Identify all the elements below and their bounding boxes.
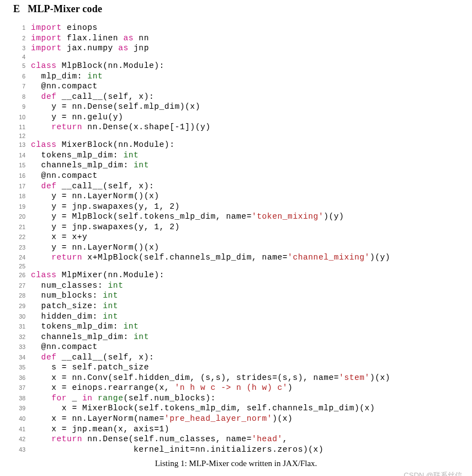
line-number: 38: [13, 395, 25, 402]
code-text: x = nn.LayerNorm(name='pre_head_layer_no…: [31, 414, 293, 424]
line-number: 32: [13, 334, 25, 341]
line-number: 15: [13, 162, 25, 169]
line-number: 25: [13, 263, 25, 270]
line-number: 6: [13, 73, 25, 80]
code-text: @nn.compact: [31, 171, 98, 181]
code-text: tokens_mlp_dim: int: [31, 321, 139, 332]
code-line: 10 y = nn.gelu(y): [13, 112, 459, 123]
code-line: 3import jax.numpy as jnp: [13, 43, 459, 54]
code-text: y = MlpBlock(self.tokens_mlp_dim, name='…: [31, 211, 344, 222]
code-text: @nn.compact: [31, 81, 98, 92]
code-line: 29 patch_size: int: [13, 301, 459, 311]
code-line: 23 y = nn.LayerNorm()(x): [13, 242, 459, 253]
line-number: 41: [13, 426, 25, 433]
line-number: 12: [13, 133, 25, 140]
code-line: 34 def __call__(self, x):: [13, 352, 459, 363]
code-line: 1import einops: [13, 23, 459, 33]
code-text: y = nn.LayerNorm()(x): [31, 191, 160, 202]
code-line: 39 x = MixerBlock(self.tokens_mlp_dim, s…: [13, 403, 459, 414]
code-listing: 1import einops2import flax.linen as nn3i…: [13, 23, 459, 454]
code-line: 38 for _ in range(self.num_blocks):: [13, 393, 459, 404]
code-text: class MlpMixer(nn.Module):: [31, 270, 165, 281]
code-text: y = jnp.swapaxes(y, 1, 2): [31, 222, 180, 232]
line-number: 11: [13, 124, 25, 131]
code-text: channels_mlp_dim: int: [31, 160, 149, 171]
line-number: 1: [13, 24, 25, 31]
line-number: 40: [13, 415, 25, 422]
code-text: x = MixerBlock(self.tokens_mlp_dim, self…: [31, 403, 375, 414]
code-line: 37 x = einops.rearrange(x, 'n h w c -> n…: [13, 383, 459, 393]
code-line: 18 y = nn.LayerNorm()(x): [13, 191, 459, 202]
line-number: 22: [13, 234, 25, 241]
code-text: @nn.compact: [31, 342, 98, 352]
line-number: 8: [13, 93, 25, 101]
code-text: import flax.linen as nn: [31, 33, 149, 44]
code-line: 25: [13, 263, 459, 270]
code-text: s = self.patch_size: [31, 362, 149, 373]
section-title: MLP-Mixer code: [28, 3, 102, 14]
line-number: 39: [13, 405, 25, 412]
code-line: 6 mlp_dim: int: [13, 71, 459, 82]
line-number: 7: [13, 83, 25, 90]
code-text: num_classes: int: [31, 281, 123, 291]
code-text: for _ in range(self.num_blocks):: [31, 393, 216, 404]
line-number: 16: [13, 172, 25, 179]
code-text: y = nn.gelu(y): [31, 112, 123, 123]
line-number: 20: [13, 213, 25, 220]
code-line: 12: [13, 133, 459, 140]
section-heading: EMLP-Mixer code: [13, 3, 459, 15]
line-number: 24: [13, 254, 25, 261]
line-number: 35: [13, 364, 25, 371]
code-text: x = x+y: [31, 232, 87, 242]
line-number: 2: [13, 35, 25, 42]
code-line: 41 x = jnp.mean(x, axis=1): [13, 424, 459, 435]
code-line: 22 x = x+y: [13, 232, 459, 242]
code-line: 4: [13, 54, 459, 61]
code-text: return nn.Dense(self.num_classes, name='…: [31, 434, 288, 445]
code-text: patch_size: int: [31, 301, 118, 311]
line-number: 26: [13, 272, 25, 279]
line-number: 21: [13, 224, 25, 231]
line-number: 29: [13, 303, 25, 310]
code-line: 11 return nn.Dense(x.shape[-1])(y): [13, 122, 459, 133]
listing-caption: Listing 1: MLP-Mixer code written in JAX…: [13, 459, 459, 468]
code-line: 31 tokens_mlp_dim: int: [13, 321, 459, 332]
code-text: x = nn.Conv(self.hidden_dim, (s,s), stri…: [31, 373, 390, 383]
code-text: mlp_dim: int: [31, 71, 103, 82]
line-number: 36: [13, 374, 25, 382]
line-number: 5: [13, 62, 25, 70]
line-number: 34: [13, 354, 25, 361]
line-number: 17: [13, 183, 25, 190]
section-letter: E: [13, 3, 20, 15]
line-number: 13: [13, 141, 25, 149]
code-line: 24 return x+MlpBlock(self.channels_mlp_d…: [13, 252, 459, 263]
code-text: def __call__(self, x):: [31, 352, 154, 363]
code-line: 2import flax.linen as nn: [13, 33, 459, 44]
line-number: 10: [13, 114, 25, 121]
line-number: 19: [13, 203, 25, 210]
code-line: 42 return nn.Dense(self.num_classes, nam…: [13, 434, 459, 445]
line-number: 30: [13, 313, 25, 320]
line-number: 43: [13, 446, 25, 453]
code-line: 36 x = nn.Conv(self.hidden_dim, (s,s), s…: [13, 373, 459, 383]
code-line: 40 x = nn.LayerNorm(name='pre_head_layer…: [13, 414, 459, 424]
watermark-text: CSDN @联系丝信: [404, 470, 462, 476]
line-number: 18: [13, 193, 25, 200]
code-text: y = jnp.swapaxes(y, 1, 2): [31, 202, 180, 212]
code-text: channels_mlp_dim: int: [31, 332, 149, 342]
code-text: import einops: [31, 23, 98, 33]
code-line: 8 def __call__(self, x):: [13, 92, 459, 102]
code-line: 20 y = MlpBlock(self.tokens_mlp_dim, nam…: [13, 211, 459, 222]
code-line: 16 @nn.compact: [13, 171, 459, 181]
code-line: 43 kernel_init=nn.initializers.zeros)(x): [13, 445, 459, 455]
code-text: x = einops.rearrange(x, 'n h w c -> n (h…: [31, 383, 293, 393]
line-number: 31: [13, 323, 25, 330]
line-number: 28: [13, 292, 25, 299]
line-number: 33: [13, 343, 25, 351]
line-number: 42: [13, 436, 25, 443]
code-text: def __call__(self, x):: [31, 92, 154, 102]
code-line: 30 hidden_dim: int: [13, 311, 459, 322]
line-number: 14: [13, 152, 25, 159]
code-line: 26class MlpMixer(nn.Module):: [13, 270, 459, 281]
line-number: 37: [13, 384, 25, 392]
